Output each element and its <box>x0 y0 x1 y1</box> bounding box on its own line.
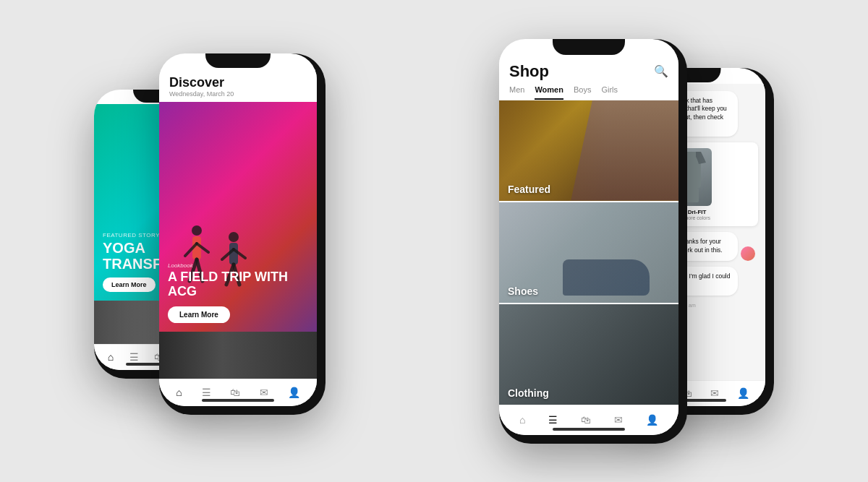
disc-nav-home[interactable]: ⌂ <box>176 387 182 398</box>
discover-bottom-strip <box>159 332 317 379</box>
phone-shop: Shop 🔍 Men Women Boys Girls <box>499 39 687 444</box>
shop-card-clothing[interactable]: Clothing <box>499 304 678 405</box>
nav-search-icon[interactable]: ☰ <box>129 351 139 363</box>
shop-card-featured[interactable]: Featured <box>499 100 678 201</box>
discover-hero: Lookbook A FIELD TRIP WITH ACG Learn Mor… <box>159 102 317 332</box>
shop-header: Shop 🔍 <box>499 56 678 81</box>
yoga-learn-more-button[interactable]: Learn More <box>103 277 156 292</box>
shop-card-featured-label: Featured <box>508 184 550 195</box>
shop-nav-bag[interactable]: 🛍 <box>581 414 591 426</box>
shop-tab-men[interactable]: Men <box>509 85 524 100</box>
right-phone-group: Shop 🔍 Men Women Boys Girls <box>499 25 774 458</box>
shop-nav-search[interactable]: ☰ <box>548 414 558 426</box>
shop-tabs: Men Women Boys Girls <box>499 81 678 100</box>
svg-point-14 <box>229 232 239 242</box>
shop-tab-boys[interactable]: Boys <box>574 85 591 100</box>
discover-header: Discover Wednesday, March 20 <box>159 69 317 102</box>
shop-tab-girls[interactable]: Girls <box>601 85 618 100</box>
chat-avatar <box>741 246 755 261</box>
chat-nav-profile[interactable]: 👤 <box>737 387 749 399</box>
shop-grid: Featured Shoes <box>499 100 678 405</box>
shop-nav-home[interactable]: ⌂ <box>519 414 525 426</box>
shop-screen: Shop 🔍 Men Women Boys Girls <box>499 39 678 435</box>
notch-shop <box>553 39 625 55</box>
shop-nav-mail[interactable]: ✉ <box>614 414 623 426</box>
discover-learn-more-button[interactable]: Learn More <box>168 306 230 323</box>
home-bar-discover <box>202 399 274 402</box>
lookbook-label: Lookbook <box>168 262 308 269</box>
discover-screen: Discover Wednesday, March 20 <box>159 53 317 406</box>
shop-title: Shop <box>509 62 549 81</box>
scene: Featured Story YOGA TRANSFORMS Learn Mor… <box>7 10 861 473</box>
disc-nav-profile[interactable]: 👤 <box>288 387 300 398</box>
home-bar-shop <box>553 428 625 431</box>
shop-card-shoes-label: Shoes <box>508 285 538 297</box>
discover-title: Discover <box>169 75 307 90</box>
discover-date: Wednesday, March 20 <box>169 90 307 98</box>
shop-nav-profile[interactable]: 👤 <box>646 414 658 426</box>
shop-tab-women[interactable]: Women <box>535 85 563 100</box>
chat-nav-mail[interactable]: ✉ <box>710 387 719 399</box>
shop-search-icon[interactable]: 🔍 <box>654 64 668 78</box>
discover-hero-title: A FIELD TRIP WITH ACG <box>168 270 308 299</box>
discover-nav: ⌂ ☰ 🛍 ✉ 👤 <box>159 379 317 406</box>
svg-point-8 <box>192 225 202 236</box>
shop-card-clothing-label: Clothing <box>508 387 549 399</box>
shop-card-shoes[interactable]: Shoes <box>499 202 678 303</box>
phone-discover: Discover Wednesday, March 20 <box>159 53 326 415</box>
left-phone-group: Featured Story YOGA TRANSFORMS Learn Mor… <box>94 32 326 451</box>
disc-nav-mail[interactable]: ✉ <box>260 387 268 398</box>
notch-discover <box>205 53 271 68</box>
nav-home-icon[interactable]: ⌂ <box>108 351 114 363</box>
disc-nav-search[interactable]: ☰ <box>202 387 211 398</box>
disc-nav-bag[interactable]: 🛍 <box>230 387 240 398</box>
